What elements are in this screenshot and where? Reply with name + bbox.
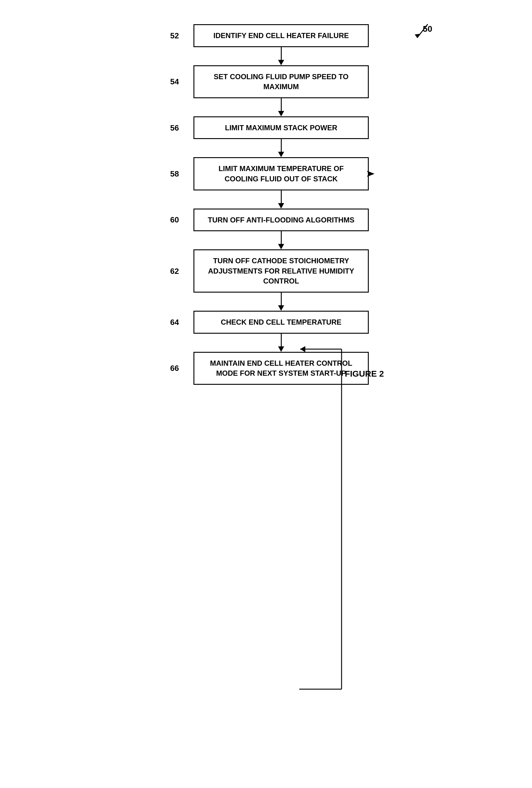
step-62-wrapper: 62 TURN OFF CATHODE STOICHIOMETRY ADJUST… <box>175 249 387 293</box>
arrow-head-6 <box>278 305 284 311</box>
step-64-text: CHECK END CELL TEMPERATURE <box>221 318 341 326</box>
step-58-label: 58 <box>170 169 179 179</box>
step-60-wrapper: 60 TURN OFF ANTI-FLOODING ALGORITHMS <box>175 209 387 232</box>
arrow-head-5 <box>278 244 284 249</box>
step-66-box: 66 MAINTAIN END CELL HEATER CONTROL MODE… <box>194 352 369 385</box>
arrow-head-3 <box>278 152 284 157</box>
arrow-head-2 <box>278 111 284 116</box>
arrow-head-7 <box>278 347 284 352</box>
step-64-wrapper: 64 CHECK END CELL TEMPERATURE <box>175 311 387 334</box>
step-54-label: 54 <box>170 76 179 87</box>
step-52-text: IDENTIFY END CELL HEATER FAILURE <box>213 32 349 40</box>
step-66-text: MAINTAIN END CELL HEATER CONTROL MODE FO… <box>210 359 352 377</box>
step-60-box: 60 TURN OFF ANTI-FLOODING ALGORITHMS <box>194 209 369 232</box>
flow-chart: 52 IDENTIFY END CELL HEATER FAILURE 54 S… <box>145 18 387 385</box>
arrow-5 <box>278 231 284 249</box>
arrow-line-4 <box>281 191 282 203</box>
svg-line-0 <box>417 24 428 38</box>
arrow-head-4 <box>278 203 284 209</box>
step-66-wrapper: 66 MAINTAIN END CELL HEATER CONTROL MODE… <box>175 352 387 385</box>
step-58-wrapper: 58 LIMIT MAXIMUM TEMPERATURE OF COOLING … <box>175 157 387 190</box>
svg-marker-2 <box>367 171 375 177</box>
step-56-wrapper: 56 LIMIT MAXIMUM STACK POWER <box>175 116 387 139</box>
arrow-4 <box>278 191 284 209</box>
arrow-line-2 <box>281 98 282 111</box>
step-54-box: 54 SET COOLING FLUID PUMP SPEED TO MAXIM… <box>194 65 369 98</box>
step-54-wrapper: 54 SET COOLING FLUID PUMP SPEED TO MAXIM… <box>175 65 387 98</box>
arrow-line-6 <box>281 293 282 305</box>
arrow-3 <box>278 139 284 157</box>
step-56-box: 56 LIMIT MAXIMUM STACK POWER <box>194 116 369 139</box>
step-52-label: 52 <box>170 30 179 41</box>
step-56-text: LIMIT MAXIMUM STACK POWER <box>225 124 337 132</box>
step-52-box: 52 IDENTIFY END CELL HEATER FAILURE <box>194 24 369 47</box>
arrow-line-7 <box>281 334 282 347</box>
arrow-7 <box>278 334 284 352</box>
step-62-box: 62 TURN OFF CATHODE STOICHIOMETRY ADJUST… <box>194 249 369 293</box>
step-56-label: 56 <box>170 122 179 133</box>
figure-label: FIGURE 2 <box>345 369 384 379</box>
step-60-text: TURN OFF ANTI-FLOODING ALGORITHMS <box>208 216 355 224</box>
ref-50-arrow <box>411 21 435 42</box>
step-66-label: 66 <box>170 363 179 374</box>
step-62-label: 62 <box>170 265 179 276</box>
arrow-1 <box>278 47 284 65</box>
feedback-arrow-head <box>367 171 375 177</box>
step-54-text: SET COOLING FLUID PUMP SPEED TO MAXIMUM <box>214 73 349 91</box>
step-52-wrapper: 52 IDENTIFY END CELL HEATER FAILURE <box>175 24 387 47</box>
step-60-label: 60 <box>170 214 179 225</box>
step-58-box: 58 LIMIT MAXIMUM TEMPERATURE OF COOLING … <box>194 157 369 190</box>
page: 50 52 IDENTIFY END CELL HEATER FAILURE <box>0 0 532 788</box>
arrow-head-1 <box>278 60 284 65</box>
diagram-container: 50 52 IDENTIFY END CELL HEATER FAILURE <box>130 18 402 385</box>
arrow-2 <box>278 98 284 116</box>
arrow-6 <box>278 293 284 311</box>
step-64-label: 64 <box>170 317 179 328</box>
arrow-line-1 <box>281 47 282 60</box>
step-62-text: TURN OFF CATHODE STOICHIOMETRY ADJUSTMEN… <box>208 257 354 285</box>
step-58-text: LIMIT MAXIMUM TEMPERATURE OF COOLING FLU… <box>219 164 344 183</box>
arrow-line-5 <box>281 231 282 244</box>
arrow-line-3 <box>281 139 282 152</box>
step-64-box: 64 CHECK END CELL TEMPERATURE <box>194 311 369 334</box>
